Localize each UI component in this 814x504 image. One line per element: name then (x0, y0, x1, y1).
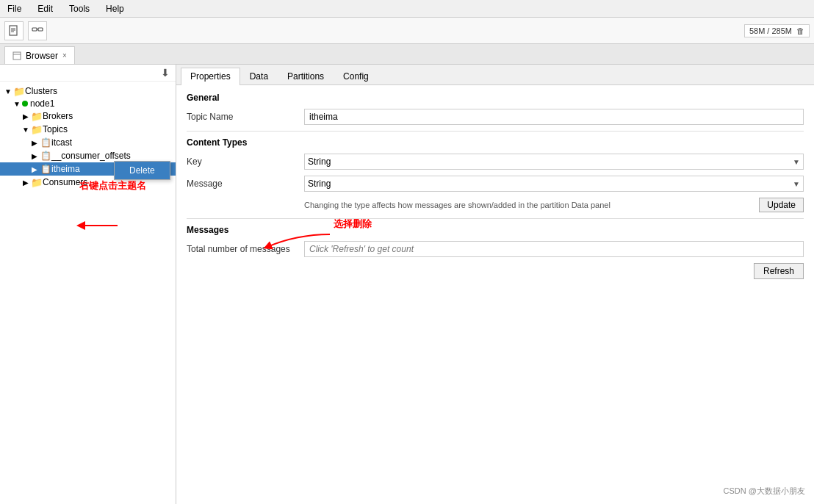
key-value: String (308, 156, 331, 167)
messages-header: Messages (187, 225, 804, 235)
total-messages-row: Total number of messages (187, 241, 804, 257)
panel-content: General Topic Name Content Types Key Str… (176, 85, 814, 287)
context-menu-delete[interactable]: Delete (115, 162, 170, 179)
context-menu: Delete (114, 161, 170, 180)
folder-icon-brokers: 📁 (31, 110, 43, 122)
panel-tabs: Properties Data Partitions Config (176, 65, 814, 85)
folder-icon-consumers: 📁 (31, 176, 43, 188)
tree-item-itcast[interactable]: ▶ 📋 itcast (0, 136, 176, 149)
folder-icon-topics: 📁 (31, 123, 43, 135)
browser-tab-close[interactable]: × (62, 51, 67, 60)
label-topics: Topics (43, 124, 68, 134)
trash-icon[interactable]: 🗑 (796, 26, 804, 35)
topic-icon-itcast: 📋 (40, 137, 51, 148)
tab-properties[interactable]: Properties (181, 68, 240, 85)
label-itheima: itheima (51, 164, 80, 174)
tree-item-clusters[interactable]: ▼ 📁 Clusters (0, 84, 176, 98)
total-messages-input[interactable] (304, 241, 804, 257)
tree-panel: ▼ 📁 Clusters ▼ node1 ▶ 📁 Brokers ▼ 📁 Top… (0, 82, 176, 192)
memory-info: 58M / 285M 🗑 (744, 24, 810, 37)
topic-name-input[interactable] (304, 109, 804, 125)
expander-consumer-offsets: ▶ (29, 152, 40, 160)
menu-tools[interactable]: Tools (66, 2, 93, 15)
topic-name-label: Topic Name (187, 112, 304, 122)
download-icon[interactable]: ⬇ (158, 66, 173, 79)
expander-clusters: ▼ (3, 87, 13, 96)
expander-node1: ▼ (12, 100, 22, 108)
messages-section: Messages Total number of messages Refres… (187, 225, 804, 279)
tree-item-brokers[interactable]: ▶ 📁 Brokers (0, 109, 176, 123)
expander-consumers: ▶ (21, 179, 31, 187)
menu-edit[interactable]: Edit (35, 2, 56, 15)
total-messages-label: Total number of messages (187, 244, 304, 254)
note-row: Changing the type affects how messages a… (187, 198, 804, 212)
topic-name-row: Topic Name (187, 109, 804, 125)
tree-item-node1[interactable]: ▼ node1 (0, 98, 176, 109)
browser-tab-label: Browser (26, 51, 58, 61)
browser-tab-icon (12, 51, 21, 60)
label-itcast: itcast (51, 137, 72, 148)
expander-topics: ▼ (21, 126, 31, 134)
label-brokers: Brokers (43, 111, 73, 121)
browser-tab[interactable]: Browser × (4, 46, 75, 64)
message-row: Message String ▼ (187, 176, 804, 192)
message-value: String (308, 179, 331, 189)
divider-1 (187, 131, 804, 132)
new-button[interactable] (4, 21, 24, 40)
sidebar-toolbar: ⬇ (0, 65, 176, 82)
message-select[interactable]: String ▼ (304, 176, 804, 192)
expander-brokers: ▶ (21, 112, 31, 120)
svg-rect-7 (13, 52, 21, 60)
folder-icon-clusters: 📁 (13, 85, 25, 97)
tab-partitions[interactable]: Partitions (278, 68, 334, 84)
message-label: Message (187, 179, 304, 189)
itheima-container: ▶ 📋 itheima Delete (0, 162, 176, 176)
svg-rect-4 (32, 28, 37, 31)
new-icon (8, 25, 20, 37)
label-consumers: Consumers (43, 177, 87, 187)
connect-button[interactable] (28, 21, 47, 40)
menu-file[interactable]: File (4, 2, 24, 15)
key-select[interactable]: String ▼ (304, 154, 804, 170)
key-select-arrow: ▼ (793, 158, 800, 166)
svg-rect-5 (38, 28, 43, 31)
note-text: Changing the type affects how messages a… (304, 201, 759, 209)
refresh-button[interactable]: Refresh (754, 263, 804, 279)
topic-icon-itheima: 📋 (40, 163, 51, 175)
tab-config[interactable]: Config (334, 68, 378, 84)
topic-icon-consumer-offsets: 📋 (40, 150, 51, 162)
sidebar: ⬇ ▼ 📁 Clusters ▼ node1 ▶ 📁 Brokers (0, 65, 176, 504)
general-header: General (187, 93, 804, 103)
refresh-row: Refresh (187, 263, 804, 279)
label-node1: node1 (30, 98, 54, 109)
expander-itcast: ▶ (29, 139, 40, 147)
update-button[interactable]: Update (759, 198, 804, 212)
key-row: Key String ▼ (187, 154, 804, 170)
menu-help[interactable]: Help (103, 2, 127, 15)
arrow-1 (75, 217, 119, 237)
node-status-icon (22, 101, 28, 107)
tree-item-topics[interactable]: ▼ 📁 Topics (0, 123, 176, 136)
tab-bar: Browser × (0, 44, 814, 65)
content-types-header: Content Types (187, 137, 804, 148)
expander-itheima: ▶ (29, 165, 40, 173)
label-clusters: Clusters (25, 86, 57, 96)
main-layout: ⬇ ▼ 📁 Clusters ▼ node1 ▶ 📁 Brokers (0, 65, 814, 504)
tab-data[interactable]: Data (240, 68, 278, 84)
memory-text: 58M / 285M (749, 26, 792, 35)
toolbar: 58M / 285M 🗑 (0, 18, 814, 44)
message-select-arrow: ▼ (793, 180, 800, 188)
right-panel: Properties Data Partitions Config Genera… (176, 65, 814, 504)
menubar: File Edit Tools Help (0, 0, 814, 18)
connect-icon (32, 25, 43, 37)
key-label: Key (187, 156, 304, 167)
label-consumer-offsets: __consumer_offsets (51, 151, 131, 161)
divider-2 (187, 218, 804, 219)
